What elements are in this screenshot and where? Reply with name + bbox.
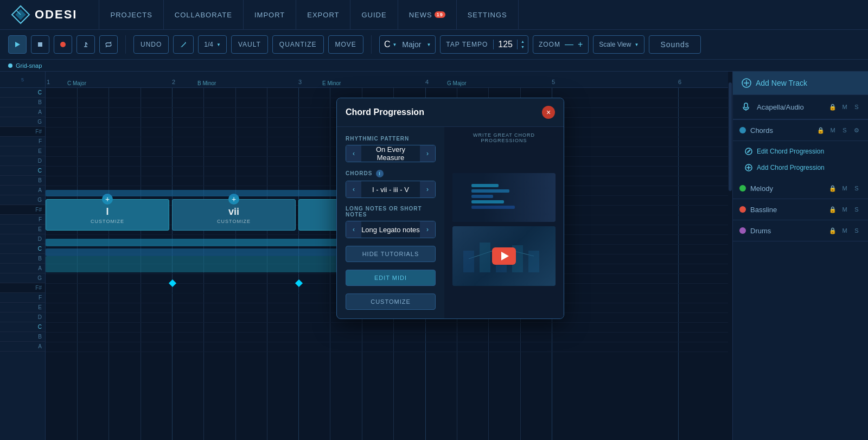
melody-m-btn[interactable]: M bbox=[840, 183, 850, 193]
piano-key-fsharp2[interactable]: F# bbox=[0, 283, 45, 293]
piano-key-a3[interactable]: A bbox=[0, 186, 45, 195]
zoom-minus-button[interactable]: — bbox=[565, 40, 573, 49]
edit-chord-progression-button[interactable]: Edit Chord Progression bbox=[739, 144, 861, 158]
grid-dropdown[interactable]: 1/4 ▼ bbox=[198, 35, 227, 54]
piano-key-a2[interactable]: A bbox=[0, 264, 45, 273]
edit-button[interactable] bbox=[173, 35, 194, 54]
piano-key-f2[interactable]: F bbox=[0, 293, 45, 303]
track-bassline[interactable]: Bassline 🔒 M S bbox=[733, 199, 868, 220]
notes-length-prev[interactable]: ‹ bbox=[346, 221, 361, 238]
modal-close-button[interactable]: × bbox=[542, 106, 555, 119]
chords-next[interactable]: › bbox=[420, 181, 435, 197]
bassline-m-btn[interactable]: M bbox=[840, 205, 850, 214]
chords-gear-btn[interactable]: ⚙ bbox=[852, 125, 861, 135]
piano-key-a4[interactable]: A bbox=[0, 107, 45, 117]
move-button[interactable]: MOVE bbox=[328, 35, 363, 54]
piano-key-d4[interactable]: D bbox=[0, 156, 45, 166]
nav-guide[interactable]: GUIDE bbox=[350, 0, 398, 30]
bpm-arrows[interactable]: ▲ ▼ bbox=[518, 39, 528, 50]
nav-export[interactable]: EXPORT bbox=[296, 0, 350, 30]
drums-color-dot bbox=[739, 227, 746, 234]
hide-tutorials-button[interactable]: HIDE TUTORIALS bbox=[346, 246, 436, 262]
stop-button[interactable] bbox=[31, 35, 49, 54]
nav-import[interactable]: IMPORT bbox=[244, 0, 296, 30]
acapella-lock-btn[interactable]: 🔒 bbox=[828, 102, 838, 112]
piano-key-e4[interactable]: E bbox=[0, 146, 45, 156]
loop-button[interactable] bbox=[99, 35, 118, 54]
piano-key-f4[interactable]: F bbox=[0, 137, 45, 146]
piano-key-d3[interactable]: D bbox=[0, 234, 45, 244]
add-new-track-button[interactable]: Add New Track bbox=[733, 72, 868, 95]
piano-key-g3[interactable]: G bbox=[0, 195, 45, 205]
track-drums[interactable]: Drums 🔒 M S bbox=[733, 220, 868, 241]
drums-lock-btn[interactable]: 🔒 bbox=[828, 226, 838, 235]
piano-key-e3[interactable]: E bbox=[0, 225, 45, 234]
right-scrollbar[interactable] bbox=[728, 72, 732, 440]
rhythmic-pattern-next[interactable]: › bbox=[420, 145, 435, 162]
piano-key-fsharp3[interactable]: F# bbox=[0, 205, 45, 215]
nav-collaborate[interactable]: COLLABORATE bbox=[164, 0, 244, 30]
piano-key-g4[interactable]: G bbox=[0, 117, 45, 127]
chords-info-icon: i bbox=[376, 170, 384, 177]
nav-settings[interactable]: SETTINGS bbox=[457, 0, 519, 30]
metronome-button[interactable] bbox=[76, 35, 95, 54]
piano-key-a1[interactable]: A bbox=[0, 342, 45, 352]
bpm-up-arrow[interactable]: ▲ bbox=[521, 39, 525, 44]
vault-button[interactable]: VAULT bbox=[231, 35, 268, 54]
melody-s-btn[interactable]: S bbox=[852, 183, 861, 193]
bpm-value[interactable]: 125 bbox=[493, 40, 518, 49]
piano-key-c2[interactable]: C bbox=[0, 322, 45, 332]
sounds-button[interactable]: Sounds bbox=[649, 35, 700, 54]
piano-key-d2[interactable]: D bbox=[0, 313, 45, 322]
youtube-play-button[interactable] bbox=[492, 247, 516, 265]
measure-5: 5 bbox=[552, 79, 555, 85]
rhythmic-pattern-prev[interactable]: ‹ bbox=[346, 145, 361, 162]
customize-button[interactable]: CUSTOMIZE bbox=[346, 294, 436, 310]
chords-lock-btn[interactable]: 🔒 bbox=[816, 125, 826, 135]
youtube-thumbnail[interactable] bbox=[452, 226, 556, 286]
chord-progression-modal[interactable]: Chord Progression × RHYTHMIC PATTERN ‹ O… bbox=[336, 98, 564, 319]
melody-lock-btn[interactable]: 🔒 bbox=[828, 183, 838, 193]
tap-tempo-label[interactable]: TAP TEMPO bbox=[441, 41, 493, 48]
add-chord-progression-button[interactable]: Add Chord Progression bbox=[739, 161, 861, 175]
play-button[interactable] bbox=[8, 35, 27, 54]
piano-key-e2[interactable]: E bbox=[0, 303, 45, 313]
undo-button[interactable]: UNDO bbox=[133, 35, 169, 54]
quantize-button[interactable]: QUANTIZE bbox=[272, 35, 324, 54]
edit-midi-button[interactable]: EDIT MIDI bbox=[346, 270, 436, 286]
key-dropdown[interactable]: C ▼ Major ▼ bbox=[379, 35, 436, 54]
piano-key-g2[interactable]: G bbox=[0, 273, 45, 283]
drums-s-btn[interactable]: S bbox=[852, 226, 861, 235]
nav-news[interactable]: NEWS 19 bbox=[398, 0, 457, 30]
drums-m-btn[interactable]: M bbox=[840, 226, 850, 235]
piano-key-fsharp4[interactable]: F# bbox=[0, 127, 45, 137]
piano-key-c5[interactable]: C bbox=[0, 88, 45, 98]
track-chords[interactable]: Chords 🔒 M S ⚙ bbox=[733, 120, 868, 141]
track-melody[interactable]: Melody 🔒 M S bbox=[733, 178, 868, 199]
chords-m-btn[interactable]: M bbox=[828, 125, 838, 135]
piano-key-c4[interactable]: C bbox=[0, 166, 45, 176]
acapella-m-btn[interactable]: M bbox=[840, 102, 850, 112]
zoom-plus-button[interactable]: + bbox=[578, 40, 583, 49]
chords-s-btn[interactable]: S bbox=[840, 125, 850, 135]
piano-key-c3[interactable]: C bbox=[0, 244, 45, 254]
bassline-s-btn[interactable]: S bbox=[852, 205, 861, 214]
nav-projects[interactable]: PROJECTS bbox=[99, 0, 163, 30]
right-panel: Add New Track Acapella/Audio 🔒 M S Chord… bbox=[732, 72, 868, 440]
record-button[interactable] bbox=[54, 35, 72, 54]
scrollbar-thumb[interactable] bbox=[729, 82, 732, 191]
piano-key-b4[interactable]: B bbox=[0, 98, 45, 107]
bassline-lock-btn[interactable]: 🔒 bbox=[828, 205, 838, 214]
piano-key-b1[interactable]: B bbox=[0, 332, 45, 342]
chords-prev[interactable]: ‹ bbox=[346, 181, 361, 197]
bpm-down-arrow[interactable]: ▼ bbox=[521, 44, 525, 50]
chord-vii-label: vii bbox=[228, 206, 239, 218]
scale-view-dropdown[interactable]: Scale View ▼ bbox=[593, 35, 644, 54]
piano-key-f3[interactable]: F bbox=[0, 215, 45, 225]
piano-key-b2[interactable]: B bbox=[0, 254, 45, 264]
notes-length-next[interactable]: › bbox=[420, 221, 435, 238]
acapella-s-btn[interactable]: S bbox=[852, 102, 861, 112]
piano-key-b3[interactable]: B bbox=[0, 176, 45, 186]
track-acapella[interactable]: Acapella/Audio 🔒 M S bbox=[733, 95, 868, 120]
grid-snap-label: Grid-snap bbox=[16, 62, 42, 69]
